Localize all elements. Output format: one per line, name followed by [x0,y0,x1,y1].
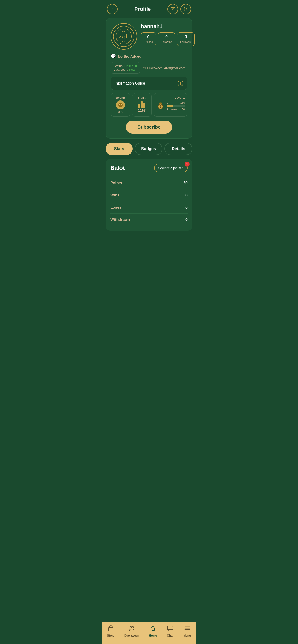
lastseen-line: Last seen: Now [114,68,137,72]
svg-text:بلوت: بلوت [119,34,129,39]
svg-text:BZ: BZ [119,104,122,106]
bezah-value: 0.0 [113,110,128,114]
rank-bar-1 [138,104,140,108]
email-row: ✉ Duwaween546@gmail.com [142,66,185,70]
followers-label: Followers [180,40,192,43]
stats-section-header: Balot Collect 5 points 1 [110,164,188,172]
wins-label: Wins [110,193,119,198]
loses-value: 0 [186,205,188,210]
level-max: 150 [181,101,185,104]
medal-icon: 1 [156,101,165,111]
svg-text:♠ ♥: ♠ ♥ [122,30,125,32]
logout-button[interactable] [181,4,191,14]
progress-bar-fill [167,105,173,107]
header: ‹ Profile [102,0,196,18]
level-medal-row: 1 0 150 Amateur 50 [156,101,185,111]
page-title: Profile [134,6,151,12]
points-label: Points [110,181,122,185]
friends-stat[interactable]: 0 Friends [141,32,156,46]
withdrawn-value: 0 [186,218,188,222]
withdrawn-row: Withdrawn 0 [110,214,188,226]
stats-grid: Bezah BZ 0.0 Rank 1197 Level 1 [111,93,187,117]
profile-card: ♠ ♥ بلوت ✦ ✦ hannah1 0 Friends 0 Followi… [106,18,192,139]
bio-icon: 💬 [111,54,116,59]
stats-row: 0 Friends 0 Following 0 Followers [141,32,195,46]
profile-info: hannah1 0 Friends 0 Following 0 Follower… [141,23,195,46]
level-range: 0 150 [167,101,185,104]
avatar: ♠ ♥ بلوت ✦ ✦ [111,23,137,50]
tab-details[interactable]: Details [164,142,192,155]
withdrawn-label: Withdrawn [110,218,130,222]
loses-label: Loses [110,205,121,210]
level-name: Amateur [167,108,178,111]
level-box: Level 1 1 0 150 [154,93,187,117]
edit-button[interactable] [168,4,178,14]
bezah-label: Bezah [113,96,128,100]
svg-point-9 [159,102,162,104]
level-min: 0 [167,101,168,104]
tab-badges[interactable]: Badges [135,142,163,155]
friends-count: 0 [144,34,153,40]
status-email-row: Status: Online Last seen: Now ✉ Duwaween… [111,62,187,74]
level-points: 50 [182,108,185,111]
rank-bars [135,100,149,108]
rank-label: Rank [135,96,149,100]
header-actions [168,4,191,14]
svg-text:1: 1 [160,105,162,108]
wins-value: 0 [186,193,188,198]
rank-box: Rank 1197 [132,93,152,117]
profile-top: ♠ ♥ بلوت ✦ ✦ hannah1 0 Friends 0 Followi… [111,23,187,50]
following-count: 0 [161,34,172,40]
rank-value: 1197 [135,108,149,112]
balot-title: Balot [110,164,125,171]
tabs-row: Stats Badges Details [106,142,192,155]
following-label: Following [161,40,172,43]
collect-badge: 1 [185,162,190,166]
level-title: Level 1 [156,96,185,100]
info-guide-label: Information Guide [115,81,145,86]
info-guide-button[interactable]: Information Guide i [111,77,187,90]
loses-row: Loses 0 [110,202,188,214]
collect-btn-wrapper: Collect 5 points 1 [154,164,188,172]
friends-label: Friends [144,40,153,43]
status-value: Online [124,64,133,68]
online-dot [135,65,137,67]
svg-text:✦ ✦: ✦ ✦ [122,41,126,43]
stats-section: Balot Collect 5 points 1 Points 50 Wins … [106,159,192,231]
progress-bar-bg [167,105,185,107]
bezah-box: Bezah BZ 0.0 [111,93,130,117]
lastseen-value: Now [129,68,135,72]
info-icon: i [178,80,183,86]
username: hannah1 [141,23,195,30]
wins-row: Wins 0 [110,189,188,202]
status-line: Status: Online [114,64,137,68]
bio-text: No Bio Added [118,54,141,58]
bio-row: 💬 No Bio Added [111,54,187,59]
status-box: Status: Online Last seen: Now [111,62,140,74]
subscribe-button[interactable]: Subscribe [126,120,172,134]
email-text: Duwaween546@gmail.com [147,66,185,70]
following-stat[interactable]: 0 Following [158,32,175,46]
followers-stat[interactable]: 0 Followers [177,32,195,46]
points-row: Points 50 [110,177,188,189]
bezah-coin-icon: BZ [116,100,125,110]
email-icon: ✉ [142,66,146,70]
points-value: 50 [183,181,188,185]
followers-count: 0 [180,34,192,40]
tab-stats[interactable]: Stats [106,142,133,155]
level-progress-area: 0 150 Amateur 50 [167,101,185,111]
rank-bar-2 [141,101,143,108]
collect-points-button[interactable]: Collect 5 points [154,164,188,172]
back-button[interactable]: ‹ [107,4,117,14]
rank-bar-3 [143,103,145,108]
